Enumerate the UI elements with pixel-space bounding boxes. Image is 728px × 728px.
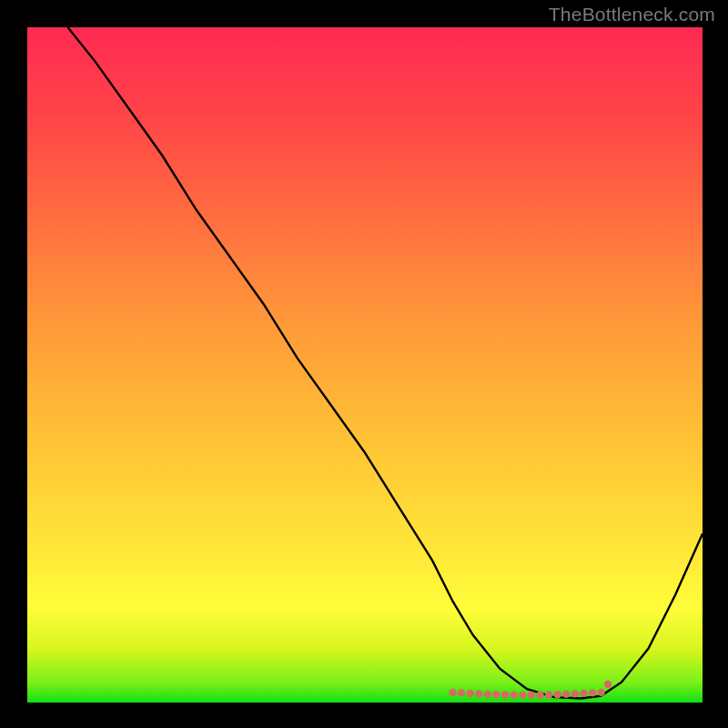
flat-region-dot: [519, 692, 526, 699]
flat-region-dot: [492, 691, 500, 698]
plot-inner: [27, 27, 703, 703]
flat-region-dot: [467, 690, 474, 697]
flat-region-dot: [554, 691, 561, 698]
flat-region-dot: [501, 691, 509, 698]
flat-region-dot: [562, 691, 570, 698]
flat-region-dot: [598, 689, 605, 696]
flat-region-dot: [604, 681, 612, 688]
flat-region-dot: [536, 692, 543, 699]
flat-region-dot: [511, 692, 518, 699]
flat-region-dot: [528, 692, 535, 699]
flat-region-dot: [545, 691, 552, 698]
plot-area: [27, 27, 703, 703]
flat-region-dot: [449, 689, 456, 696]
flat-region-dot: [484, 691, 491, 698]
flat-region-dot: [589, 689, 596, 696]
chart-frame: TheBottleneck.com: [0, 0, 728, 728]
watermark-text: TheBottleneck.com: [549, 4, 715, 25]
flat-region-dots: [27, 27, 703, 703]
flat-region-dot: [571, 690, 579, 697]
flat-region-dot: [580, 690, 587, 697]
flat-region-dot: [458, 689, 465, 696]
flat-region-dot: [475, 690, 482, 697]
